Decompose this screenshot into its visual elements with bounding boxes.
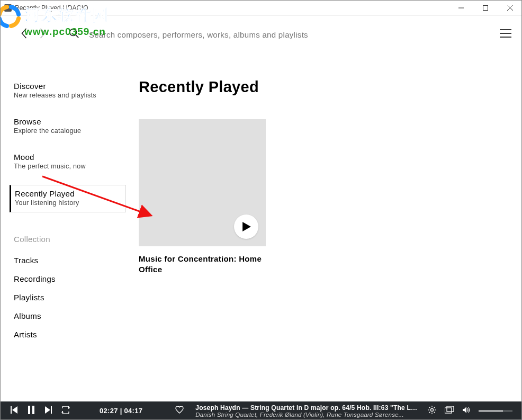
svg-line-28 <box>429 412 430 413</box>
topbar <box>0 16 522 53</box>
nav-subtitle: Your listening history <box>15 199 125 207</box>
svg-rect-1 <box>483 5 488 10</box>
sidebar: Discover New releases and playlists Brow… <box>0 53 126 401</box>
play-button[interactable] <box>234 215 258 239</box>
svg-rect-12 <box>11 406 12 414</box>
svg-rect-17 <box>51 406 52 414</box>
collection-albums[interactable]: Albums <box>14 307 126 325</box>
app-icon <box>4 4 12 12</box>
track-artists: Danish String Quartet, Frederik Øland (V… <box>195 412 418 418</box>
svg-rect-29 <box>445 408 452 413</box>
nav-subtitle: The perfect music, now <box>14 163 126 170</box>
svg-line-25 <box>429 407 430 408</box>
window-minimize[interactable] <box>449 0 473 15</box>
svg-marker-31 <box>463 407 466 413</box>
sidebar-item-discover[interactable]: Discover New releases and playlists <box>14 78 126 104</box>
collection-label: Collection <box>14 235 126 244</box>
svg-line-5 <box>76 35 78 38</box>
svg-point-20 <box>431 409 434 412</box>
collection-artists[interactable]: Artists <box>14 325 126 344</box>
playlist-tile[interactable]: Music for Concentration: Home Office <box>139 119 266 275</box>
nav-subtitle: New releases and playlists <box>14 92 126 99</box>
svg-marker-13 <box>12 406 17 414</box>
nav-title: Recently Played <box>15 189 125 198</box>
track-title: Joseph Haydn — String Quartet in D major… <box>195 404 418 412</box>
window-title: Recently Played | IDAGIO <box>15 4 88 12</box>
page-title: Recently Played <box>139 78 522 96</box>
time-total: 04:17 <box>124 407 143 415</box>
nav-title: Mood <box>14 153 126 162</box>
nav-subtitle: Explore the catalogue <box>14 127 126 135</box>
svg-rect-14 <box>28 406 30 414</box>
collection-recordings[interactable]: Recordings <box>14 270 126 288</box>
player-time: 02:27 | 04:17 <box>100 407 142 415</box>
svg-marker-19 <box>61 411 64 413</box>
sidebar-item-mood[interactable]: Mood The perfect music, now <box>14 149 126 175</box>
nav-title: Discover <box>14 82 126 91</box>
main-content: Recently Played Music for Concentration:… <box>126 53 522 401</box>
time-current: 02:27 <box>100 407 118 415</box>
pause-icon[interactable] <box>28 406 35 416</box>
track-info[interactable]: Joseph Haydn — String Quartet in D major… <box>195 404 418 418</box>
nav-title: Browse <box>14 117 126 126</box>
svg-line-26 <box>434 412 435 413</box>
volume-icon[interactable] <box>463 406 470 415</box>
svg-marker-9 <box>242 222 251 231</box>
prev-track-icon[interactable] <box>11 406 18 415</box>
search-icon[interactable] <box>69 28 79 41</box>
nav-forward-icon[interactable] <box>39 28 47 41</box>
sidebar-item-browse[interactable]: Browse Explore the catalogue <box>14 114 126 140</box>
player-bar: 02:27 | 04:17 Joseph Haydn — String Quar… <box>0 401 522 420</box>
volume-slider[interactable] <box>479 410 512 412</box>
svg-marker-16 <box>45 406 50 414</box>
window-maximize[interactable] <box>473 0 498 15</box>
svg-rect-15 <box>32 406 34 414</box>
collection-tracks[interactable]: Tracks <box>14 251 126 270</box>
window-close[interactable] <box>498 0 522 15</box>
queue-icon[interactable] <box>445 406 454 415</box>
settings-icon[interactable] <box>428 406 436 416</box>
menu-icon[interactable] <box>500 29 511 40</box>
nav-back-icon[interactable] <box>20 28 28 41</box>
svg-marker-18 <box>68 407 70 409</box>
sidebar-item-recently-played[interactable]: Recently Played Your listening history <box>10 185 126 212</box>
svg-line-27 <box>434 407 435 408</box>
next-track-icon[interactable] <box>44 406 52 415</box>
window-titlebar: Recently Played | IDAGIO <box>0 0 522 16</box>
svg-point-4 <box>70 29 77 36</box>
favorite-icon[interactable] <box>175 406 184 415</box>
svg-rect-30 <box>447 406 454 412</box>
collection-playlists[interactable]: Playlists <box>14 288 126 307</box>
search-input[interactable] <box>89 30 343 39</box>
playlist-cover <box>139 119 266 246</box>
repeat-icon[interactable] <box>61 406 70 415</box>
playlist-title: Music for Concentration: Home Office <box>139 254 266 275</box>
